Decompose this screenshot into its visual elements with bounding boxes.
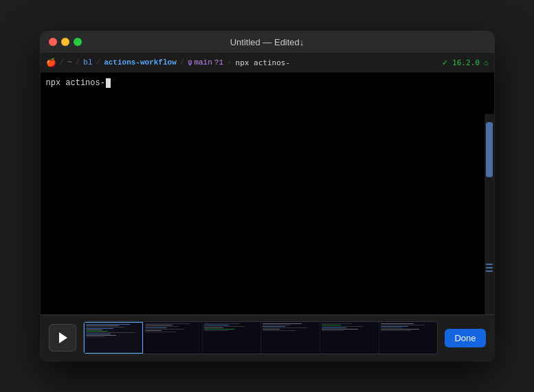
- scrollbar-line-2: [486, 267, 493, 268]
- thumb-line: [263, 326, 285, 327]
- thumb-line: [322, 330, 344, 331]
- path-actions: actions-workflow: [104, 58, 177, 67]
- thumb-line: [86, 332, 136, 333]
- thumb-line: [145, 327, 167, 328]
- thumb-line: [381, 330, 411, 331]
- thumb-line: [322, 325, 341, 325]
- separator-2: /: [76, 58, 80, 67]
- command-text: npx actinos-: [46, 78, 105, 88]
- traffic-lights: [49, 38, 82, 46]
- thumb-line: [322, 323, 352, 324]
- playback-bar: Done: [41, 314, 494, 361]
- thumbnail-4[interactable]: [261, 322, 320, 354]
- separator-5: ›: [227, 58, 232, 67]
- thumb-line: [263, 329, 279, 330]
- thumb-line: [381, 327, 403, 328]
- thumb-line: [145, 325, 173, 325]
- node-version: 16.2.0: [452, 58, 480, 67]
- thumbnail-2[interactable]: [144, 322, 202, 354]
- terminal-toolbar: 🍎 / ~ / bl / actions-workflow / ψ main ?…: [41, 54, 494, 73]
- tilde-segment: ~: [67, 58, 72, 67]
- terminal-body[interactable]: npx actinos-: [41, 73, 494, 314]
- thumb-line: [145, 329, 183, 330]
- thumb-line: [86, 328, 113, 329]
- thumb-line: [86, 334, 111, 334]
- toolbar-path: 🍎 / ~ / bl / actions-workflow / ψ main ?…: [46, 58, 233, 68]
- thumb-line: [86, 336, 105, 337]
- thumb-line: [381, 329, 419, 330]
- thumb-content-3: [204, 323, 260, 352]
- thumb-line: [381, 325, 425, 325]
- command-line: npx actinos-: [46, 78, 111, 88]
- thumb-line: [322, 326, 363, 327]
- minimize-button[interactable]: [61, 38, 69, 46]
- scrollbar-line-3: [486, 270, 493, 272]
- maximize-button[interactable]: [74, 38, 82, 46]
- apple-icon: 🍎: [46, 58, 56, 68]
- thumbnail-6[interactable]: [379, 322, 438, 354]
- separator-1: /: [60, 58, 65, 67]
- separator-3: /: [96, 58, 101, 67]
- thumb-line: [263, 325, 290, 325]
- separator-4: /: [180, 58, 185, 67]
- thumb-line: [86, 330, 102, 330]
- thumb-line: [322, 329, 357, 330]
- check-icon: ✓: [442, 58, 448, 67]
- thumb-line: [204, 323, 240, 324]
- thumb-line: [204, 330, 229, 331]
- thumb-line: [263, 330, 296, 331]
- thumb-line: [145, 330, 162, 331]
- toolbar-command: npx actinos-: [236, 58, 290, 67]
- thumb-line: [145, 332, 175, 332]
- thumbnail-1[interactable]: [84, 322, 144, 354]
- done-button[interactable]: Done: [445, 329, 485, 347]
- thumb-line: [145, 323, 190, 324]
- cursor: [106, 78, 111, 88]
- toolbar-right: ✓ 16.2.0 ⌂: [442, 58, 488, 67]
- thumb-line: [381, 326, 408, 327]
- scrollbar[interactable]: [485, 114, 494, 314]
- thumb-line: [86, 327, 124, 327]
- thumbnail-3[interactable]: [203, 322, 261, 354]
- play-icon: [59, 332, 67, 343]
- thumb-content-4: [263, 323, 318, 352]
- thumb-line: [263, 327, 307, 328]
- thumb-content-5: [322, 323, 377, 352]
- git-icon: ψ: [188, 59, 192, 67]
- thumb-line: [381, 323, 414, 324]
- close-button[interactable]: [49, 38, 57, 46]
- thumb-line: [204, 325, 229, 325]
- home-icon: ⌂: [484, 58, 489, 67]
- thumb-line: [204, 329, 234, 330]
- branch-name: main: [194, 58, 212, 67]
- thumb-line: [263, 323, 301, 324]
- thumb-line: [145, 326, 178, 327]
- thumbnails-container: [83, 321, 438, 354]
- thumb-line: [86, 324, 131, 325]
- thumb-line: [204, 326, 245, 327]
- thumb-content-1: [86, 324, 142, 351]
- thumb-line: [86, 335, 116, 336]
- thumb-line: [322, 327, 346, 328]
- thumb-line: [86, 331, 108, 332]
- thumb-line: [86, 325, 119, 326]
- thumbnail-5[interactable]: [320, 322, 379, 354]
- path-bl: bl: [83, 58, 92, 67]
- title-bar: Untitled — Edited↓: [41, 32, 494, 54]
- scrollbar-lines: [486, 264, 493, 272]
- play-button[interactable]: [49, 324, 76, 351]
- thumb-content-6: [381, 323, 436, 352]
- thumb-content-2: [145, 323, 201, 352]
- thumb-line: [204, 327, 223, 328]
- scrollbar-thumb[interactable]: [486, 122, 493, 177]
- scrollbar-line-1: [486, 264, 493, 265]
- window-title: Untitled — Edited↓: [230, 37, 304, 47]
- dirty-indicator: ?1: [214, 58, 223, 67]
- terminal-window: Untitled — Edited↓ 🍎 / ~ / bl / actions-…: [41, 32, 494, 361]
